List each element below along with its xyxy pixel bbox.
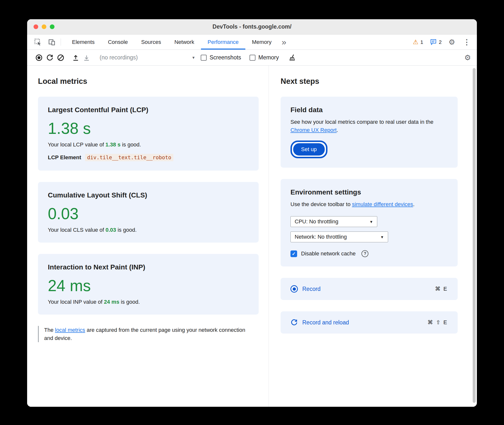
record-shortcut: ⌘ E: [435, 286, 448, 292]
dropdown-arrow-icon: ▼: [192, 55, 195, 60]
environment-settings-card: Environment settings Use the device tool…: [281, 179, 458, 266]
local-metrics-link[interactable]: local metrics: [55, 327, 85, 333]
save-profile-button[interactable]: [81, 52, 92, 63]
environment-settings-title: Environment settings: [290, 188, 448, 196]
network-throttling-select[interactable]: Network: No throttling ▼: [290, 231, 388, 242]
more-options-icon[interactable]: ⋮: [462, 38, 471, 46]
devtools-window: DevTools - fonts.google.com/ Elements Co…: [27, 19, 477, 407]
field-data-text: See how your local metrics compare to re…: [290, 118, 448, 134]
cls-value: 0.03: [48, 205, 249, 223]
environment-settings-text: Use the device toolbar to simulate diffe…: [290, 200, 448, 208]
env-text-suffix: .: [413, 201, 414, 207]
zoom-window-button[interactable]: [50, 24, 54, 29]
record-and-reload-button[interactable]: [44, 52, 55, 63]
cpu-throttling-select[interactable]: CPU: No throttling ▼: [290, 216, 377, 227]
warning-count: 1: [420, 39, 423, 45]
inp-card: Interaction to Next Paint (INP) 24 ms Yo…: [38, 254, 259, 315]
lcp-desc-value: 1.38 s: [106, 142, 121, 148]
next-steps-pane: Next steps Field data See how your local…: [269, 66, 477, 407]
inp-description: Your local INP value of 24 ms is good.: [48, 299, 249, 305]
tab-performance[interactable]: Performance: [201, 35, 245, 50]
inspect-element-icon[interactable]: [31, 35, 45, 50]
tab-network[interactable]: Network: [168, 35, 201, 50]
capture-settings-gear-icon[interactable]: ⚙: [464, 54, 471, 61]
collect-garbage-icon: [289, 54, 296, 61]
inspect-cursor-icon: [34, 38, 42, 46]
warnings-indicator[interactable]: ⚠ 1: [413, 38, 423, 46]
record-and-reload-shortcut: ⌘ ⇧ E: [428, 319, 448, 326]
close-window-button[interactable]: [34, 24, 38, 29]
help-icon[interactable]: ?: [361, 250, 368, 257]
minimize-window-button[interactable]: [42, 24, 46, 29]
lcp-description: Your local LCP value of 1.38 s is good.: [48, 142, 249, 148]
tabbar-right-controls: ⚠ 1 2 ⚙ ⋮: [413, 35, 471, 50]
field-data-title: Field data: [290, 106, 448, 114]
field-data-text-suffix: .: [337, 127, 338, 133]
lcp-element-label: LCP Element: [48, 154, 81, 161]
issues-count: 2: [439, 39, 442, 45]
disable-cache-checkbox[interactable]: ✓: [290, 250, 297, 257]
scrollbar[interactable]: [473, 68, 476, 403]
traffic-lights: [34, 24, 54, 29]
tab-memory[interactable]: Memory: [245, 35, 278, 50]
load-profile-button[interactable]: [70, 52, 81, 63]
select-arrow-icon: ▼: [369, 220, 373, 224]
crux-report-link[interactable]: Chrome UX Report: [290, 127, 337, 133]
cls-card: Cumulative Layout Shift (CLS) 0.03 Your …: [38, 182, 259, 243]
record-icon: [36, 54, 42, 61]
footnote-prefix: The: [44, 327, 55, 333]
issues-bubble-icon: [430, 39, 437, 45]
record-button[interactable]: [34, 52, 44, 63]
lcp-element-selector[interactable]: div.tile__text.tile__roboto: [85, 154, 173, 161]
lcp-desc-suffix: is good.: [121, 142, 141, 148]
field-data-card: Field data See how your local metrics co…: [281, 97, 458, 168]
memory-label: Memory: [258, 54, 279, 61]
recordings-dropdown[interactable]: (no recordings) ▼: [100, 54, 195, 61]
devtools-tab-bar: Elements Console Sources Network Perform…: [27, 35, 477, 50]
screenshots-checkbox-box[interactable]: [201, 55, 207, 61]
setup-button[interactable]: Set up: [293, 143, 325, 156]
simulate-devices-link[interactable]: simulate different devices: [352, 201, 413, 207]
download-icon: [83, 54, 90, 61]
memory-checkbox[interactable]: Memory: [250, 54, 279, 61]
field-data-text-prefix: See how your local metrics compare to re…: [290, 119, 433, 125]
device-toolbar-icon[interactable]: [45, 35, 59, 50]
lcp-element-row: LCP Element div.tile__text.tile__roboto: [48, 154, 249, 161]
record-radio-icon: [290, 285, 298, 293]
network-throttling-value: Network: No throttling: [295, 234, 347, 240]
tab-sources[interactable]: Sources: [134, 35, 168, 50]
recordings-dropdown-label: (no recordings): [100, 54, 138, 61]
screenshots-checkbox[interactable]: Screenshots: [201, 54, 241, 61]
issues-indicator[interactable]: 2: [430, 39, 442, 45]
local-metrics-footnote: The local metrics are captured from the …: [38, 326, 255, 342]
tab-elements[interactable]: Elements: [65, 35, 101, 50]
clear-icon: [57, 54, 64, 61]
record-card[interactable]: Record ⌘ E: [281, 278, 458, 300]
cls-desc-prefix: Your local CLS value of: [48, 227, 106, 233]
disable-cache-label: Disable network cache: [301, 250, 356, 257]
inp-desc-value: 24 ms: [104, 299, 119, 305]
settings-gear-icon[interactable]: ⚙: [449, 38, 455, 46]
warning-icon: ⚠: [413, 38, 418, 46]
cls-desc-suffix: is good.: [116, 227, 137, 233]
inp-desc-suffix: is good.: [119, 299, 140, 305]
performance-panel-content: Local metrics Largest Contentful Paint (…: [27, 66, 477, 407]
clear-button[interactable]: [55, 52, 66, 63]
divider: [61, 38, 61, 46]
next-steps-heading: Next steps: [281, 77, 458, 86]
lcp-value: 1.38 s: [48, 119, 249, 138]
lcp-card-title: Largest Contentful Paint (LCP): [48, 106, 249, 114]
record-label: Record: [302, 286, 321, 292]
more-tabs-icon[interactable]: »: [278, 35, 290, 50]
memory-checkbox-box[interactable]: [250, 55, 255, 61]
performance-toolbar: (no recordings) ▼ Screenshots Memory ⚙: [27, 50, 477, 66]
record-and-reload-card[interactable]: Record and reload ⌘ ⇧ E: [281, 311, 458, 334]
reload-blue-icon: [290, 319, 298, 326]
window-title: DevTools - fonts.google.com/: [27, 23, 477, 30]
local-metrics-pane: Local metrics Largest Contentful Paint (…: [27, 66, 269, 407]
title-bar: DevTools - fonts.google.com/: [27, 19, 477, 35]
env-text-prefix: Use the device toolbar to: [290, 201, 352, 207]
collect-garbage-button[interactable]: [287, 52, 298, 63]
tab-console[interactable]: Console: [101, 35, 135, 50]
lcp-desc-prefix: Your local LCP value of: [48, 142, 106, 148]
